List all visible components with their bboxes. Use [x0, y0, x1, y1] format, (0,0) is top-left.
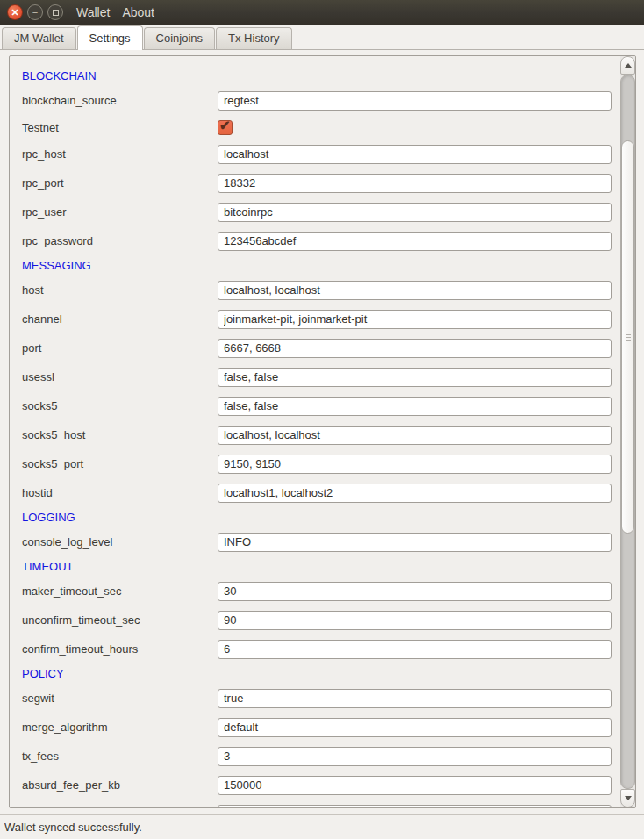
settings-form: BLOCKCHAIN blockchain_source Testnet ✔ r… — [10, 56, 619, 808]
titlebar: ✕ − Wallet About — [0, 0, 644, 25]
tab-bar: JM Wallet Settings Coinjoins Tx History — [0, 25, 644, 50]
thumb-grip — [626, 337, 631, 338]
arrow-up-icon — [625, 63, 632, 68]
settings-row: socks5_port — [22, 449, 619, 478]
absurd_fee_per_kb-input[interactable] — [218, 776, 612, 795]
hostid-input[interactable] — [218, 484, 612, 503]
next-setting-input[interactable] — [218, 805, 612, 809]
settings-row: hostid — [22, 478, 619, 507]
settings-row: absurd_fee_per_kb — [22, 771, 619, 800]
field-label: unconfirm_timeout_sec — [22, 613, 218, 627]
field-label: host — [22, 283, 218, 297]
settings-row: confirm_timeout_hours — [22, 635, 619, 663]
arrow-down-icon — [625, 796, 632, 800]
console_log_level-input[interactable] — [218, 533, 612, 552]
confirm_timeout_hours-input[interactable] — [218, 640, 612, 659]
field-label: maker_timeout_sec — [22, 584, 218, 598]
tab-tx-history[interactable]: Tx History — [216, 27, 292, 49]
field-label: usessl — [22, 370, 218, 384]
unconfirm_timeout_sec-input[interactable] — [218, 611, 612, 630]
status-bar: Wallet synced successfully. — [0, 814, 644, 839]
tab-jm-wallet[interactable]: JM Wallet — [2, 27, 76, 49]
scrollbar-up-button[interactable] — [620, 56, 635, 75]
host-input[interactable] — [218, 281, 612, 300]
section-header-timeout: TIMEOUT — [22, 556, 619, 577]
settings-row: blockchain_source — [22, 86, 619, 115]
settings-row: rpc_host — [22, 140, 619, 169]
field-label: Testnet — [22, 121, 218, 134]
settings-row: rpc_user — [22, 197, 619, 226]
maker_timeout_sec-input[interactable] — [218, 582, 612, 601]
settings-row: merge_algorithm — [22, 713, 619, 742]
settings-row: channel — [22, 305, 619, 333]
socks5_host-input[interactable] — [218, 426, 612, 445]
tx_fees-input[interactable] — [218, 747, 612, 766]
settings-row: host — [22, 276, 619, 305]
field-label: rpc_host — [22, 147, 218, 161]
menu-wallet[interactable]: Wallet — [76, 5, 110, 19]
section-header-logging: LOGGING — [22, 507, 619, 527]
close-icon[interactable]: ✕ — [7, 4, 23, 20]
settings-row: rpc_port — [22, 169, 619, 197]
status-message: Wallet synced successfully. — [4, 821, 142, 834]
field-label: blockchain_source — [22, 94, 218, 107]
rpc_port-input[interactable] — [218, 174, 612, 193]
menu-about[interactable]: About — [122, 5, 154, 19]
field-label: rpc_user — [22, 205, 218, 219]
field-label: channel — [22, 312, 218, 326]
field-label: socks5 — [22, 399, 218, 412]
settings-row: Testnet ✔ — [22, 115, 619, 140]
settings-row: rpc_password — [22, 226, 619, 255]
settings-row: unconfirm_timeout_sec — [22, 606, 619, 635]
channel-input[interactable] — [218, 310, 612, 329]
settings-row: usessl — [22, 362, 619, 391]
settings-row: socks5_host — [22, 420, 619, 449]
scrollbar-track[interactable] — [620, 75, 635, 789]
thumb-grip — [626, 334, 631, 335]
testnet-checkbox[interactable]: ✔ — [218, 120, 233, 135]
section-header-policy: POLICY — [22, 663, 619, 684]
field-label: hostid — [22, 486, 218, 499]
socks5_port-input[interactable] — [218, 455, 612, 474]
field-label: merge_algorithm — [22, 721, 218, 734]
checkmark-icon: ✔ — [219, 118, 231, 133]
field-label: port — [22, 341, 218, 355]
settings-row: segwit — [22, 684, 619, 713]
field-label: tx_fees — [22, 749, 218, 763]
field-label: console_log_level — [22, 535, 218, 549]
field-label: absurd_fee_per_kb — [22, 778, 218, 792]
tab-settings[interactable]: Settings — [77, 25, 143, 50]
settings-row-partial — [22, 800, 619, 808]
field-label: rpc_port — [22, 176, 218, 190]
field-label: confirm_timeout_hours — [22, 642, 218, 656]
scrollbar-down-button[interactable] — [620, 789, 635, 807]
field-label: socks5_port — [22, 457, 218, 470]
socks5-input[interactable] — [218, 397, 612, 416]
rpc_password-input[interactable] — [218, 232, 612, 251]
field-label: socks5_host — [22, 428, 218, 441]
settings-row: console_log_level — [22, 527, 619, 556]
port-input[interactable] — [218, 339, 612, 358]
section-header-messaging: MESSAGING — [22, 255, 619, 276]
blockchain_source-input[interactable] — [218, 91, 612, 111]
scrollbar-thumb[interactable] — [621, 140, 634, 534]
rpc_user-input[interactable] — [218, 203, 612, 222]
settings-row: socks5 — [22, 391, 619, 420]
maximize-square — [53, 10, 59, 16]
settings-row: port — [22, 333, 619, 362]
section-header-blockchain: BLOCKCHAIN — [22, 66, 619, 86]
rpc_host-input[interactable] — [218, 145, 612, 164]
settings-scroll-area: BLOCKCHAIN blockchain_source Testnet ✔ r… — [9, 55, 636, 808]
tab-coinjoins[interactable]: Coinjoins — [144, 27, 215, 49]
minimize-icon[interactable]: − — [27, 4, 43, 20]
settings-row: tx_fees — [22, 742, 619, 771]
vertical-scrollbar — [620, 56, 635, 807]
settings-pane: BLOCKCHAIN blockchain_source Testnet ✔ r… — [0, 50, 644, 839]
field-label: segwit — [22, 692, 218, 705]
maximize-icon[interactable] — [47, 4, 63, 20]
merge_algorithm-input[interactable] — [218, 718, 612, 737]
field-label: rpc_password — [22, 234, 218, 247]
settings-row: maker_timeout_sec — [22, 577, 619, 606]
segwit-input[interactable] — [218, 689, 612, 708]
usessl-input[interactable] — [218, 368, 612, 387]
